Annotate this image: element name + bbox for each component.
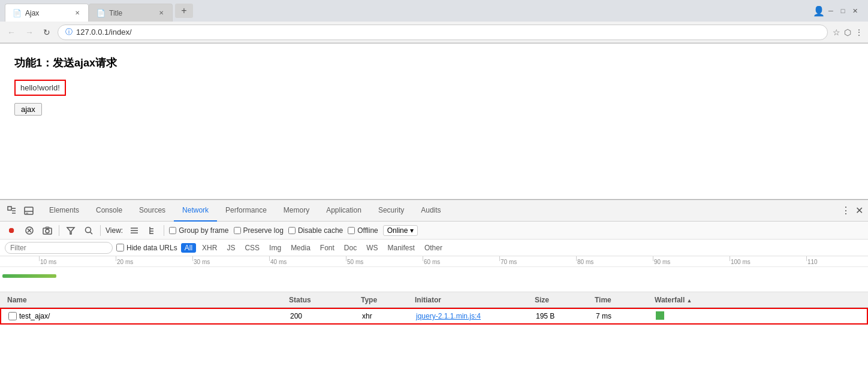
th-waterfall[interactable]: Waterfall ▲	[650, 296, 866, 304]
tab-close-ajax[interactable]: ✕	[74, 8, 81, 17]
disable-cache-checkbox[interactable]	[288, 227, 296, 234]
page-title: 功能1：发送ajax请求	[14, 56, 854, 70]
row-checkbox[interactable]	[8, 312, 17, 320]
secure-icon: ⓘ	[65, 27, 73, 37]
tab-memory[interactable]: Memory	[275, 200, 318, 222]
tab-performance[interactable]: Performance	[217, 200, 275, 222]
filter-type-buttons: All XHR JS CSS Img Media Font Doc WS Man…	[181, 243, 446, 253]
console-drawer-icon[interactable]	[22, 204, 36, 218]
hide-data-urls-checkbox[interactable]	[116, 244, 124, 251]
svg-point-11	[46, 229, 49, 233]
tab-audits[interactable]: Audits	[412, 200, 449, 222]
filter-css[interactable]: CSS	[241, 243, 263, 253]
ruler-tick-100: 100 ms	[730, 256, 751, 267]
tree-view-button[interactable]	[146, 224, 159, 237]
tab-security[interactable]: Security	[370, 200, 412, 222]
menu-icon[interactable]: ⋮	[855, 28, 863, 37]
td-initiator[interactable]: jquery-2.1.1.min.js:4	[411, 312, 531, 320]
tab-console[interactable]: Console	[88, 200, 131, 222]
td-type: xhr	[357, 312, 411, 320]
window-controls: 👤 ─ □ ✕	[815, 7, 863, 14]
th-initiator[interactable]: Initiator	[410, 296, 530, 304]
table-row[interactable]: test_ajax/ 200 xhr jquery-2.1.1.min.js:4…	[0, 308, 868, 325]
filter-all[interactable]: All	[181, 243, 196, 253]
devtools-panel: Elements Console Sources Network Perform…	[0, 199, 868, 367]
clear-button[interactable]	[23, 224, 36, 237]
th-time[interactable]: Time	[590, 296, 650, 304]
filter-js[interactable]: JS	[223, 243, 239, 253]
filter-bar: Hide data URLs All XHR JS CSS Img Media …	[0, 240, 868, 256]
tab-ajax[interactable]: 📄 Ajax ✕	[5, 4, 89, 22]
filter-input[interactable]	[5, 242, 113, 254]
ruler-tick-70: 70 ms	[499, 256, 517, 267]
toolbar-separator-2	[100, 225, 101, 236]
waterfall-bar	[656, 311, 664, 320]
th-type[interactable]: Type	[356, 296, 410, 304]
filter-media[interactable]: Media	[287, 243, 314, 253]
search-button[interactable]	[82, 224, 95, 237]
filter-button[interactable]	[64, 224, 77, 237]
td-size: 195 B	[531, 312, 591, 320]
filter-manifest[interactable]: Manifest	[384, 243, 418, 253]
filter-other[interactable]: Other	[421, 243, 446, 253]
url-bar[interactable]: ⓘ 127.0.0.1/index/	[58, 25, 828, 40]
th-status[interactable]: Status	[284, 296, 356, 304]
tab-title: Ajax	[25, 9, 39, 17]
filter-xhr[interactable]: XHR	[198, 243, 221, 253]
list-view-button[interactable]	[128, 224, 141, 237]
filter-doc[interactable]: Doc	[340, 243, 360, 253]
maximize-button[interactable]: □	[839, 7, 846, 14]
hide-data-urls-label: Hide data URLs	[126, 244, 177, 252]
tab-title-tab[interactable]: 📄 Title ✕	[89, 4, 173, 22]
hello-text: hello!world!	[14, 80, 66, 96]
user-icon[interactable]: 👤	[815, 7, 822, 14]
online-label: Online	[387, 226, 408, 235]
preserve-log-checkbox[interactable]	[234, 227, 241, 234]
tab-elements[interactable]: Elements	[41, 200, 88, 222]
offline-checkbox-group: Offline	[348, 226, 378, 235]
camera-button[interactable]	[41, 224, 54, 237]
ajax-button[interactable]: ajax	[14, 103, 42, 116]
filter-img[interactable]: Img	[266, 243, 285, 253]
tab-icon: 📄	[13, 9, 22, 17]
tab-sources[interactable]: Sources	[131, 200, 174, 222]
th-name[interactable]: Name	[2, 296, 284, 304]
forward-button[interactable]: →	[23, 26, 36, 38]
network-toolbar: ⏺	[0, 222, 868, 240]
address-bar: ← → ↻ ⓘ 127.0.0.1/index/ ☆ ⬡ ⋮	[0, 22, 868, 43]
devtools-icons	[5, 204, 36, 218]
minimize-button[interactable]: ─	[827, 7, 834, 14]
sort-asc-icon: ▲	[687, 298, 692, 304]
ruler-tick-20: 20 ms	[116, 256, 133, 267]
th-size[interactable]: Size	[530, 296, 590, 304]
svg-point-14	[86, 227, 91, 232]
network-table: Name Status Type Initiator Size Time Wat…	[0, 292, 868, 367]
back-button[interactable]: ←	[5, 26, 18, 38]
disable-cache-label: Disable cache	[298, 226, 343, 235]
inspect-icon[interactable]	[5, 204, 19, 218]
ruler-tick-80: 80 ms	[576, 256, 593, 267]
online-select[interactable]: Online ▾	[383, 225, 418, 236]
tab-network[interactable]: Network	[174, 200, 217, 222]
group-by-frame-checkbox[interactable]	[169, 227, 176, 234]
toolbar-separator-1	[59, 225, 59, 236]
record-button[interactable]: ⏺	[5, 224, 18, 237]
preserve-log-label: Preserve log	[243, 226, 284, 235]
devtools-more-button[interactable]: ⋮	[841, 205, 851, 216]
tab-application[interactable]: Application	[318, 200, 370, 222]
preserve-log-checkbox-group: Preserve log	[234, 226, 284, 235]
svg-rect-0	[8, 207, 11, 210]
url-text: 127.0.0.1/index/	[76, 28, 132, 37]
close-button[interactable]: ✕	[851, 7, 858, 14]
new-tab-button[interactable]: +	[175, 4, 193, 18]
table-header: Name Status Type Initiator Size Time Wat…	[0, 292, 868, 308]
devtools-close-button[interactable]: ✕	[855, 205, 863, 216]
cast-icon[interactable]: ⬡	[844, 28, 851, 37]
td-status: 200	[285, 312, 357, 320]
filter-ws[interactable]: WS	[363, 243, 381, 253]
bookmark-icon[interactable]: ☆	[833, 28, 840, 37]
filter-font[interactable]: Font	[317, 243, 338, 253]
refresh-button[interactable]: ↻	[41, 26, 53, 38]
tab-close-title[interactable]: ✕	[158, 8, 165, 17]
offline-checkbox[interactable]	[348, 227, 355, 234]
